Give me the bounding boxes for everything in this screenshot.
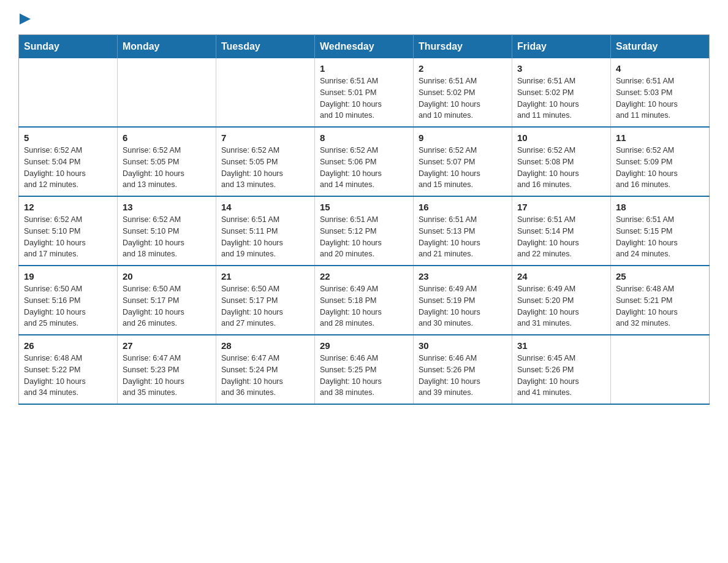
calendar-cell: 23Sunrise: 6:49 AMSunset: 5:19 PMDayligh…	[414, 266, 512, 335]
day-info: Sunrise: 6:51 AMSunset: 5:02 PMDaylight:…	[419, 75, 507, 121]
day-info: Sunrise: 6:50 AMSunset: 5:17 PMDaylight:…	[221, 283, 309, 329]
day-number: 8	[320, 132, 408, 143]
day-number: 2	[419, 63, 507, 74]
day-number: 6	[123, 132, 211, 143]
calendar-cell: 4Sunrise: 6:51 AMSunset: 5:03 PMDaylight…	[611, 58, 710, 127]
logo-arrow-icon	[20, 13, 31, 25]
day-number: 18	[616, 202, 704, 212]
day-number: 30	[419, 340, 507, 351]
day-number: 29	[320, 340, 408, 351]
calendar-cell: 9Sunrise: 6:52 AMSunset: 5:07 PMDaylight…	[414, 127, 512, 196]
calendar-body: 1Sunrise: 6:51 AMSunset: 5:01 PMDaylight…	[19, 58, 710, 404]
day-info: Sunrise: 6:48 AMSunset: 5:22 PMDaylight:…	[24, 353, 112, 399]
day-info: Sunrise: 6:49 AMSunset: 5:19 PMDaylight:…	[419, 283, 507, 329]
day-number: 1	[320, 63, 408, 74]
day-info: Sunrise: 6:51 AMSunset: 5:14 PMDaylight:…	[517, 214, 605, 260]
calendar-cell	[19, 58, 118, 127]
day-info: Sunrise: 6:46 AMSunset: 5:25 PMDaylight:…	[320, 353, 408, 399]
calendar-cell: 19Sunrise: 6:50 AMSunset: 5:16 PMDayligh…	[19, 266, 118, 335]
day-info: Sunrise: 6:52 AMSunset: 5:09 PMDaylight:…	[616, 145, 704, 191]
weekday-header-tuesday: Tuesday	[216, 35, 315, 59]
calendar-cell: 6Sunrise: 6:52 AMSunset: 5:05 PMDaylight…	[118, 127, 216, 196]
calendar-cell: 16Sunrise: 6:51 AMSunset: 5:13 PMDayligh…	[414, 196, 512, 266]
day-info: Sunrise: 6:52 AMSunset: 5:04 PMDaylight:…	[24, 145, 112, 191]
day-info: Sunrise: 6:51 AMSunset: 5:02 PMDaylight:…	[517, 75, 605, 121]
day-number: 26	[24, 340, 112, 351]
calendar-cell: 1Sunrise: 6:51 AMSunset: 5:01 PMDaylight…	[315, 58, 414, 127]
day-number: 16	[419, 202, 507, 212]
calendar-cell: 11Sunrise: 6:52 AMSunset: 5:09 PMDayligh…	[611, 127, 710, 196]
calendar-cell: 10Sunrise: 6:52 AMSunset: 5:08 PMDayligh…	[512, 127, 611, 196]
calendar-cell	[216, 58, 315, 127]
day-info: Sunrise: 6:51 AMSunset: 5:12 PMDaylight:…	[320, 214, 408, 260]
day-info: Sunrise: 6:52 AMSunset: 5:07 PMDaylight:…	[419, 145, 507, 191]
day-number: 4	[616, 63, 704, 74]
day-info: Sunrise: 6:52 AMSunset: 5:06 PMDaylight:…	[320, 145, 408, 191]
weekday-header-row: SundayMondayTuesdayWednesdayThursdayFrid…	[19, 35, 710, 59]
day-info: Sunrise: 6:51 AMSunset: 5:01 PMDaylight:…	[320, 75, 408, 121]
calendar-week-4: 19Sunrise: 6:50 AMSunset: 5:16 PMDayligh…	[19, 266, 710, 335]
day-number: 19	[24, 271, 112, 282]
day-number: 28	[221, 340, 309, 351]
calendar-header: SundayMondayTuesdayWednesdayThursdayFrid…	[19, 35, 710, 59]
day-number: 3	[517, 63, 605, 74]
day-number: 25	[616, 271, 704, 282]
calendar-cell: 17Sunrise: 6:51 AMSunset: 5:14 PMDayligh…	[512, 196, 611, 266]
weekday-header-saturday: Saturday	[611, 35, 710, 59]
day-info: Sunrise: 6:52 AMSunset: 5:05 PMDaylight:…	[221, 145, 309, 191]
day-number: 11	[616, 132, 704, 143]
calendar-cell: 2Sunrise: 6:51 AMSunset: 5:02 PMDaylight…	[414, 58, 512, 127]
day-info: Sunrise: 6:49 AMSunset: 5:20 PMDaylight:…	[517, 283, 605, 329]
calendar-table: SundayMondayTuesdayWednesdayThursdayFrid…	[18, 34, 710, 405]
calendar-cell: 26Sunrise: 6:48 AMSunset: 5:22 PMDayligh…	[19, 335, 118, 404]
day-number: 12	[24, 202, 112, 212]
calendar-cell: 31Sunrise: 6:45 AMSunset: 5:26 PMDayligh…	[512, 335, 611, 404]
calendar-cell: 3Sunrise: 6:51 AMSunset: 5:02 PMDaylight…	[512, 58, 611, 127]
day-info: Sunrise: 6:47 AMSunset: 5:23 PMDaylight:…	[123, 353, 211, 399]
calendar-cell: 14Sunrise: 6:51 AMSunset: 5:11 PMDayligh…	[216, 196, 315, 266]
day-info: Sunrise: 6:52 AMSunset: 5:05 PMDaylight:…	[123, 145, 211, 191]
page-header	[18, 12, 710, 23]
day-number: 14	[221, 202, 309, 212]
calendar-week-3: 12Sunrise: 6:52 AMSunset: 5:10 PMDayligh…	[19, 196, 710, 266]
day-info: Sunrise: 6:46 AMSunset: 5:26 PMDaylight:…	[419, 353, 507, 399]
day-number: 5	[24, 132, 112, 143]
day-number: 24	[517, 271, 605, 282]
calendar-cell: 13Sunrise: 6:52 AMSunset: 5:10 PMDayligh…	[118, 196, 216, 266]
day-info: Sunrise: 6:50 AMSunset: 5:17 PMDaylight:…	[123, 283, 211, 329]
day-info: Sunrise: 6:52 AMSunset: 5:08 PMDaylight:…	[517, 145, 605, 191]
calendar-cell: 20Sunrise: 6:50 AMSunset: 5:17 PMDayligh…	[118, 266, 216, 335]
calendar-cell: 25Sunrise: 6:48 AMSunset: 5:21 PMDayligh…	[611, 266, 710, 335]
weekday-header-monday: Monday	[118, 35, 216, 59]
calendar-cell: 5Sunrise: 6:52 AMSunset: 5:04 PMDaylight…	[19, 127, 118, 196]
day-number: 7	[221, 132, 309, 143]
day-info: Sunrise: 6:48 AMSunset: 5:21 PMDaylight:…	[616, 283, 704, 329]
day-info: Sunrise: 6:45 AMSunset: 5:26 PMDaylight:…	[517, 353, 605, 399]
day-number: 31	[517, 340, 605, 351]
calendar-cell: 22Sunrise: 6:49 AMSunset: 5:18 PMDayligh…	[315, 266, 414, 335]
calendar-cell: 28Sunrise: 6:47 AMSunset: 5:24 PMDayligh…	[216, 335, 315, 404]
calendar-week-1: 1Sunrise: 6:51 AMSunset: 5:01 PMDaylight…	[19, 58, 710, 127]
day-info: Sunrise: 6:52 AMSunset: 5:10 PMDaylight:…	[123, 214, 211, 260]
day-info: Sunrise: 6:51 AMSunset: 5:13 PMDaylight:…	[419, 214, 507, 260]
day-number: 27	[123, 340, 211, 351]
calendar-cell: 15Sunrise: 6:51 AMSunset: 5:12 PMDayligh…	[315, 196, 414, 266]
day-number: 15	[320, 202, 408, 212]
calendar-week-2: 5Sunrise: 6:52 AMSunset: 5:04 PMDaylight…	[19, 127, 710, 196]
calendar-cell: 27Sunrise: 6:47 AMSunset: 5:23 PMDayligh…	[118, 335, 216, 404]
day-number: 23	[419, 271, 507, 282]
calendar-cell: 21Sunrise: 6:50 AMSunset: 5:17 PMDayligh…	[216, 266, 315, 335]
day-number: 21	[221, 271, 309, 282]
day-info: Sunrise: 6:49 AMSunset: 5:18 PMDaylight:…	[320, 283, 408, 329]
day-number: 10	[517, 132, 605, 143]
day-number: 13	[123, 202, 211, 212]
day-info: Sunrise: 6:52 AMSunset: 5:10 PMDaylight:…	[24, 214, 112, 260]
calendar-cell: 24Sunrise: 6:49 AMSunset: 5:20 PMDayligh…	[512, 266, 611, 335]
calendar-cell: 29Sunrise: 6:46 AMSunset: 5:25 PMDayligh…	[315, 335, 414, 404]
weekday-header-friday: Friday	[512, 35, 611, 59]
svg-marker-0	[20, 13, 31, 25]
calendar-cell: 18Sunrise: 6:51 AMSunset: 5:15 PMDayligh…	[611, 196, 710, 266]
calendar-cell: 8Sunrise: 6:52 AMSunset: 5:06 PMDaylight…	[315, 127, 414, 196]
day-info: Sunrise: 6:51 AMSunset: 5:15 PMDaylight:…	[616, 214, 704, 260]
day-info: Sunrise: 6:51 AMSunset: 5:03 PMDaylight:…	[616, 75, 704, 121]
